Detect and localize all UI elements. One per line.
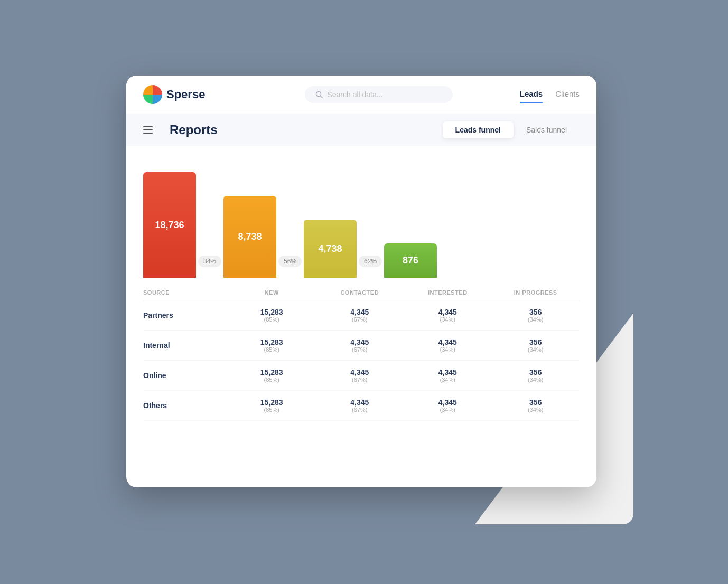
bar-new-wrapper: 18,736 [143,172,196,278]
cell-others-new: 15,283 (85%) [228,398,316,413]
sub-header: Reports Leads funnel Sales funnel [126,114,596,146]
svg-line-1 [321,96,323,98]
col-header-new: NEW [228,289,316,296]
cell-online-new: 15,283 (85%) [228,368,316,383]
table-row: Partners 15,283 (85%) 4,345 (67%) 4,345 … [143,300,580,331]
cell-online-interested: 4,345 (34%) [404,368,492,383]
funnel-tabs: Leads funnel Sales funnel [443,121,580,138]
bar-contacted: 8,738 [223,196,276,278]
logo-area: Sperse [143,85,238,104]
app-name: Sperse [166,88,205,101]
nav-tab-clients[interactable]: Clients [555,89,580,100]
cell-partners-new: 15,283 (85%) [228,308,316,323]
app-header: Sperse Search all data... Leads Clients [126,76,596,114]
bar-inprogress-wrapper: 876 [384,243,437,278]
search-icon [315,91,323,98]
source-internal: Internal [143,341,228,350]
search-placeholder: Search all data... [327,90,382,99]
hamburger-menu-icon[interactable] [143,126,153,134]
page-title: Reports [170,123,218,137]
bar-contacted-wrapper: 8,738 [223,196,276,278]
main-card: Sperse Search all data... Leads Clients [126,76,596,487]
table-row: Internal 15,283 (85%) 4,345 (67%) 4,345 … [143,331,580,361]
bar-new: 18,736 [143,172,196,278]
source-others: Others [143,401,228,410]
table-area: Source NEW CONTACTED INTERESTED IN PROGR… [126,283,596,431]
cell-partners-inprogress: 356 (34%) [492,308,580,323]
tab-sales-funnel[interactable]: Sales funnel [514,121,580,138]
cell-internal-contacted: 4,345 (67%) [316,338,404,353]
table-header: Source NEW CONTACTED INTERESTED IN PROGR… [143,283,580,300]
nav-tab-leads[interactable]: Leads [520,89,543,100]
col-header-inprogress: IN PROGRESS [492,289,580,296]
nav-tabs: Leads Clients [520,89,580,100]
cell-partners-contacted: 4,345 (67%) [316,308,404,323]
cell-online-inprogress: 356 (34%) [492,368,580,383]
pct-badge-34: 34% [198,256,221,267]
pct-badge-56: 56% [278,256,302,267]
bar-interested: 4,738 [304,220,357,278]
cell-online-contacted: 4,345 (67%) [316,368,404,383]
logo-globe-icon [143,85,162,104]
bar-inprogress: 876 [384,243,437,278]
cell-internal-interested: 4,345 (34%) [404,338,492,353]
source-partners: Partners [143,311,228,319]
chart-area: 18,736 34% 8,738 56% 4,738 62% [126,146,596,283]
cell-others-contacted: 4,345 (67%) [316,398,404,413]
pct-badge-62: 62% [359,256,382,267]
cell-partners-interested: 4,345 (34%) [404,308,492,323]
col-header-source: Source [143,289,228,296]
cell-internal-new: 15,283 (85%) [228,338,316,353]
table-row: Others 15,283 (85%) 4,345 (67%) 4,345 (3… [143,391,580,421]
table-row: Online 15,283 (85%) 4,345 (67%) 4,345 (3… [143,361,580,391]
source-online: Online [143,371,228,380]
search-box[interactable]: Search all data... [305,86,453,103]
col-header-interested: INTERESTED [404,289,492,296]
search-area: Search all data... [238,86,520,103]
cell-others-inprogress: 356 (34%) [492,398,580,413]
cell-others-interested: 4,345 (34%) [404,398,492,413]
bar-interested-wrapper: 4,738 [304,220,357,278]
col-header-contacted: CONTACTED [316,289,404,296]
cell-internal-inprogress: 356 (34%) [492,338,580,353]
tab-leads-funnel[interactable]: Leads funnel [443,121,514,138]
